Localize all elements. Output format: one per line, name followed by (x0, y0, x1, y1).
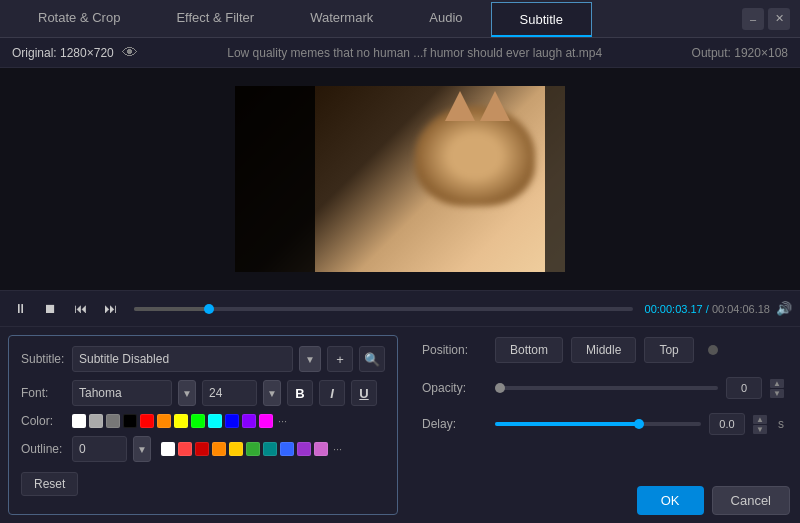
next-button[interactable]: ⏭ (98, 297, 122, 321)
video-dark-right (545, 86, 565, 272)
font-select[interactable]: Tahoma (72, 380, 172, 406)
color-swatch-orange[interactable] (157, 414, 171, 428)
stop-button[interactable]: ⏹ (38, 297, 62, 321)
info-left: Original: 1280×720 👁 (12, 44, 138, 62)
color-swatch-gray2[interactable] (106, 414, 120, 428)
outline-select[interactable]: 0 (72, 436, 127, 462)
reset-row: Reset (21, 470, 385, 496)
delay-down-button[interactable]: ▼ (753, 425, 767, 434)
opacity-arrows: ▲ ▼ (770, 379, 784, 398)
size-select[interactable]: 24 (202, 380, 257, 406)
size-dropdown-arrow[interactable]: ▼ (263, 380, 281, 406)
delay-slider-track[interactable] (495, 422, 701, 426)
color-swatch-white[interactable] (72, 414, 86, 428)
output-resolution: Output: 1920×108 (692, 46, 788, 60)
subtitle-select[interactable]: Subtitle Disabled (72, 346, 293, 372)
progress-thumb (204, 304, 214, 314)
tab-subtitle[interactable]: Subtitle (491, 2, 592, 37)
video-area: Original: 1280×720 👁 Low quality memes t… (0, 38, 800, 523)
outline-swatch-purple[interactable] (297, 442, 311, 456)
position-row: Position: Bottom Middle Top (422, 337, 784, 363)
outline-swatch-red[interactable] (178, 442, 192, 456)
outline-swatch-darkred[interactable] (195, 442, 209, 456)
outline-swatch-blue[interactable] (280, 442, 294, 456)
tab-effect[interactable]: Effect & Filter (148, 0, 282, 37)
search-subtitle-button[interactable]: 🔍 (359, 346, 385, 372)
outline-swatch-green[interactable] (246, 442, 260, 456)
delay-row: Delay: 0.0 ▲ ▼ s (422, 413, 784, 435)
outline-swatch-pink[interactable] (314, 442, 328, 456)
opacity-down-button[interactable]: ▼ (770, 389, 784, 398)
add-subtitle-button[interactable]: + (327, 346, 353, 372)
color-swatch-yellow[interactable] (174, 414, 188, 428)
progress-fill (134, 307, 209, 311)
delay-arrows: ▲ ▼ (753, 415, 767, 434)
position-top-button[interactable]: Top (644, 337, 693, 363)
font-row: Font: Tahoma ▼ 24 ▼ B I (21, 380, 385, 406)
reset-button[interactable]: Reset (21, 472, 78, 496)
color-swatch-purple[interactable] (242, 414, 256, 428)
close-button[interactable]: ✕ (768, 8, 790, 30)
prev-button[interactable]: ⏮ (68, 297, 92, 321)
tab-bar: Rotate & Crop Effect & Filter Watermark … (0, 0, 800, 38)
underline-button[interactable]: U (351, 380, 377, 406)
outline-color-swatches: ··· (161, 442, 342, 456)
subtitle-row: Subtitle: Subtitle Disabled ▼ + 🔍 (21, 346, 385, 372)
window-controls: – ✕ (738, 0, 800, 37)
tab-rotate[interactable]: Rotate & Crop (10, 0, 148, 37)
ok-button[interactable]: OK (637, 486, 704, 515)
position-bottom-button[interactable]: Bottom (495, 337, 563, 363)
subtitle-select-wrap: Subtitle Disabled (72, 346, 293, 372)
outline-dropdown-arrow[interactable]: ▼ (133, 436, 151, 462)
outline-swatch-yellow[interactable] (229, 442, 243, 456)
outline-swatch-white[interactable] (161, 442, 175, 456)
video-preview (0, 68, 800, 290)
font-dropdown-arrow[interactable]: ▼ (178, 380, 196, 406)
volume-icon[interactable]: 🔊 (776, 301, 792, 316)
bottom-buttons: OK Cancel (637, 486, 790, 515)
italic-button[interactable]: I (319, 380, 345, 406)
outline-more-colors-button[interactable]: ··· (333, 443, 342, 455)
cat-ear-left (445, 91, 475, 121)
delay-slider-fill (495, 422, 639, 426)
opacity-slider-track[interactable] (495, 386, 718, 390)
color-swatch-blue[interactable] (225, 414, 239, 428)
video-dark-left (235, 86, 315, 272)
more-colors-button[interactable]: ··· (278, 415, 287, 427)
tab-audio[interactable]: Audio (401, 0, 490, 37)
subtitle-dropdown-arrow[interactable]: ▼ (299, 346, 321, 372)
color-swatch-red[interactable] (140, 414, 154, 428)
color-swatch-gray1[interactable] (89, 414, 103, 428)
time-display: 00:00:03.17 / 00:04:06.18 (645, 303, 770, 315)
subtitle-label: Subtitle: (21, 352, 66, 366)
total-time: 00:04:06.18 (712, 303, 770, 315)
video-thumbnail (235, 86, 565, 272)
outline-swatch-teal[interactable] (263, 442, 277, 456)
opacity-slider-wrap (495, 386, 718, 390)
color-swatch-pink[interactable] (259, 414, 273, 428)
cat-shape (415, 106, 535, 206)
delay-unit: s (778, 417, 784, 431)
opacity-up-button[interactable]: ▲ (770, 379, 784, 388)
eye-icon[interactable]: 👁 (122, 44, 138, 62)
tab-watermark[interactable]: Watermark (282, 0, 401, 37)
pause-button[interactable]: ⏸ (8, 297, 32, 321)
delay-label: Delay: (422, 417, 487, 431)
cancel-button[interactable]: Cancel (712, 486, 790, 515)
outline-swatch-orange[interactable] (212, 442, 226, 456)
info-bar: Original: 1280×720 👁 Low quality memes t… (0, 38, 800, 68)
minimize-button[interactable]: – (742, 8, 764, 30)
main-area: Original: 1280×720 👁 Low quality memes t… (0, 38, 800, 523)
opacity-label: Opacity: (422, 381, 487, 395)
opacity-slider-thumb (495, 383, 505, 393)
delay-up-button[interactable]: ▲ (753, 415, 767, 424)
subtitle-controls-panel: Subtitle: Subtitle Disabled ▼ + 🔍 (8, 335, 398, 515)
color-swatch-black[interactable] (123, 414, 137, 428)
bold-button[interactable]: B (287, 380, 313, 406)
color-swatch-green[interactable] (191, 414, 205, 428)
video-frame (235, 86, 565, 272)
position-middle-button[interactable]: Middle (571, 337, 636, 363)
progress-bar[interactable] (134, 307, 633, 311)
cat-ear-right (480, 91, 510, 121)
color-swatch-cyan[interactable] (208, 414, 222, 428)
